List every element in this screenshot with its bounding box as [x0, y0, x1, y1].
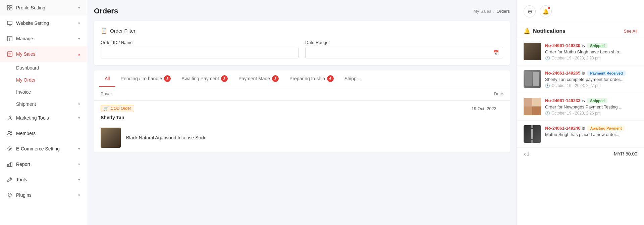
notif-content-4: No-24661-149240 is Awaiting Payment Muth…	[545, 125, 637, 143]
notif-product-image-1	[524, 43, 541, 60]
sidebar-sub-item-dashboard[interactable]: Dashboard	[16, 62, 87, 74]
tab-payment-made-label: Payment Made	[238, 76, 270, 81]
notif-product-image-3	[524, 98, 541, 115]
product-name: Black Natural Agarwood Incense Stick	[126, 135, 206, 140]
notif-order-id-1: No-24661-149239	[545, 43, 581, 48]
filter-group-date-range: Date Range 📅	[305, 40, 503, 58]
notification-title: ⊕ 🔔	[524, 5, 554, 17]
tab-awaiting-label: Awaiting Payment	[181, 76, 219, 81]
notif-footer: x 1 MYR 50.00	[517, 148, 644, 160]
tab-pending-label: Pending / To handle	[121, 76, 162, 81]
order-id-input[interactable]	[101, 47, 299, 58]
sidebar-item-website-setting[interactable]: Website Setting ▾	[0, 15, 87, 31]
notification-item-1[interactable]: No-24661-149239 is Shipped Order for Mut…	[517, 38, 644, 65]
sidebar-sub-item-shipment[interactable]: Shipment ▾	[16, 98, 87, 110]
sidebar-item-profile-setting[interactable]: Profile Setting ▾	[0, 0, 87, 15]
notif-price: MYR 50.00	[614, 151, 637, 156]
sidebar-item-marketing-tools[interactable]: Marketing Tools ▾	[0, 110, 87, 126]
order-meta-top: 🛒 COD Order 19 Oct, 2023	[94, 101, 510, 114]
sidebar-label-marketing: Marketing Tools	[16, 115, 49, 121]
svg-rect-1	[10, 5, 12, 7]
svg-rect-3	[10, 8, 12, 10]
svg-point-17	[9, 148, 11, 150]
sidebar-item-tools[interactable]: Tools ▾	[0, 172, 87, 187]
calendar-icon: 📅	[493, 50, 499, 55]
tab-all-label: All	[105, 76, 110, 81]
filter-row: Order ID / Name Date Range 📅	[101, 40, 503, 58]
notif-status-3: Shipped	[587, 98, 607, 103]
tab-preparing-to-ship[interactable]: Preparing to ship 6	[284, 71, 339, 87]
orders-table: Buyer Date 🛒 COD Order 19 Oct, 2023 Sher…	[94, 87, 510, 153]
filter-label-order-id: Order ID / Name	[101, 40, 299, 45]
filter-title: Order Filter	[110, 28, 136, 34]
chevron-up-icon: ▴	[78, 52, 80, 56]
chevron-down-icon: ▾	[78, 6, 80, 10]
sidebar-item-manage[interactable]: Manage ▾	[0, 31, 87, 46]
clock-icon-2: 🕐	[545, 83, 550, 88]
breadcrumb-parent[interactable]: My Sales	[473, 9, 491, 14]
page-title: Orders	[94, 7, 118, 15]
sidebar-item-members[interactable]: Members	[0, 126, 87, 141]
svg-rect-20	[11, 162, 12, 167]
notif-text-2: Sherly Tan complete payment for order...	[545, 77, 637, 82]
notification-item-2[interactable]: No-24661-149265 is Payment Received Sher…	[517, 65, 644, 93]
order-date: 19 Oct, 2023	[472, 106, 503, 111]
notification-item-4[interactable]: No-24661-149240 is Awaiting Payment Muth…	[517, 121, 644, 148]
notif-time-2: 🕐 October 19 - 2023, 2:27 pm	[545, 83, 637, 88]
chevron-down-icon: ▾	[78, 21, 80, 26]
tab-shipped[interactable]: Shipp...	[339, 71, 366, 87]
table-row: 🛒 COD Order 19 Oct, 2023 Sherly Tan Blac…	[94, 101, 510, 153]
svg-rect-18	[7, 164, 9, 167]
sidebar-label-plugins: Plugins	[16, 192, 32, 198]
breadcrumb-separator: /	[493, 9, 495, 14]
notif-product-image-2	[524, 70, 541, 88]
product-image	[101, 128, 121, 148]
sidebar-sub-item-my-order[interactable]: My Order	[16, 74, 87, 86]
svg-rect-4	[7, 21, 12, 25]
tab-payment-made-badge: 3	[272, 75, 279, 82]
users-icon	[7, 130, 13, 136]
notif-order-id-2: No-24661-149265	[545, 71, 581, 76]
cod-label: COD Order	[111, 106, 131, 111]
notification-item-3[interactable]: No-24661-149233 is Shipped Order for New…	[517, 93, 644, 121]
cod-order-badge: 🛒 COD Order	[101, 105, 134, 112]
sidebar-item-report[interactable]: Report ▾	[0, 156, 87, 172]
chevron-down-icon: ▾	[78, 37, 80, 41]
sidebar-label-ecommerce: E-Commerce Setting	[16, 146, 60, 151]
notif-status-4: Awaiting Payment	[587, 126, 625, 131]
table-header: Buyer Date	[94, 87, 510, 101]
date-range-input-wrapper[interactable]: 📅	[305, 47, 503, 58]
col-header-date: Date	[436, 91, 503, 96]
notif-time-3: 🕐 October 19 - 2023, 2:26 pm	[545, 111, 637, 116]
grid-icon	[7, 5, 13, 11]
tab-pending[interactable]: Pending / To handle 2	[115, 71, 176, 87]
notification-dot	[547, 6, 551, 10]
chevron-down-icon: ▾	[78, 193, 80, 197]
breadcrumb-current: Orders	[496, 9, 510, 14]
tab-all[interactable]: All	[99, 71, 115, 87]
bell-button[interactable]: 🔔	[540, 5, 552, 17]
tab-shipped-label: Shipp...	[344, 76, 360, 81]
tab-payment-made[interactable]: Payment Made 3	[233, 71, 284, 87]
chevron-down-icon: ▾	[78, 147, 80, 151]
notif-content-1: No-24661-149239 is Shipped Order for Mut…	[545, 43, 637, 60]
clock-icon-3: 🕐	[545, 111, 550, 116]
wrench-icon	[7, 177, 13, 183]
breadcrumb: My Sales / Orders	[473, 9, 510, 14]
chevron-down-icon: ▾	[78, 178, 80, 182]
notif-status-2: Payment Received	[587, 71, 625, 76]
tab-awaiting-payment[interactable]: Awaiting Payment 2	[176, 71, 233, 87]
date-range-input[interactable]	[310, 50, 493, 55]
plug-icon	[7, 192, 13, 198]
sidebar-item-my-sales[interactable]: My Sales ▴	[0, 46, 87, 62]
notif-text-4: Muthu Singh has placed a new order...	[545, 132, 637, 137]
sidebar-item-plugins[interactable]: Plugins ▾	[0, 187, 87, 203]
see-all-button[interactable]: See All	[624, 29, 637, 34]
tag-icon	[7, 51, 13, 57]
add-circle-icon[interactable]: ⊕	[524, 5, 536, 17]
chevron-down-icon: ▾	[78, 102, 80, 106]
sidebar-sub-item-invoice[interactable]: Invoice	[16, 86, 87, 98]
sidebar: Profile Setting ▾ Website Setting ▾ Mana…	[0, 0, 87, 225]
sidebar-item-ecommerce-setting[interactable]: E-Commerce Setting ▾	[0, 141, 87, 156]
sidebar-label-report: Report	[16, 162, 30, 167]
